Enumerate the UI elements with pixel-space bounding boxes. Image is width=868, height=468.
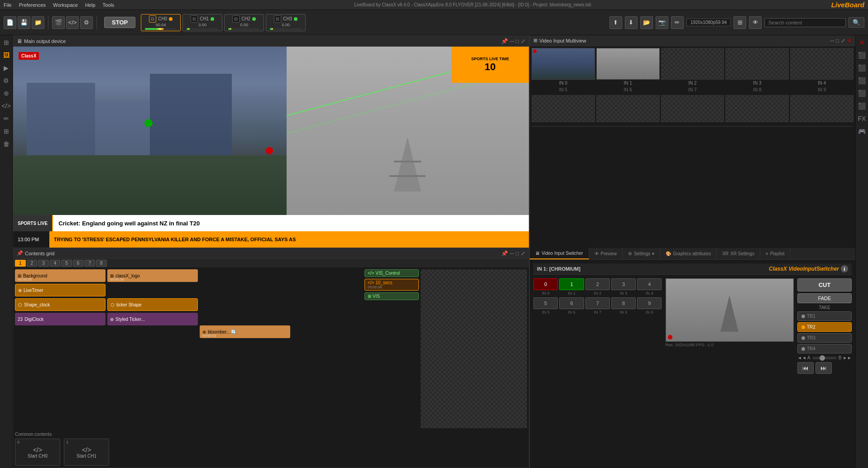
- tl-shapeclock[interactable]: ⬡ Shape_clock: [15, 298, 106, 311]
- next-button[interactable]: ⏭: [815, 362, 832, 374]
- tr3-button[interactable]: TR3: [797, 333, 852, 343]
- pen-button[interactable]: ✏: [671, 16, 684, 29]
- tab-playlist[interactable]: ≡ Playlist: [760, 248, 791, 259]
- tl-classx-logo[interactable]: ⊞ classX_logo 00:00.50: [107, 269, 198, 282]
- tl-bloomberg[interactable]: ⊛ bloomber... 🔄 00:00.01: [200, 325, 290, 338]
- settings-button[interactable]: ⚙: [80, 16, 93, 29]
- right-sidebar-icon-2[interactable]: ⬛: [857, 62, 868, 73]
- menu-preferences[interactable]: Preferences: [19, 2, 46, 8]
- mv-restore-button[interactable]: □: [836, 38, 839, 44]
- menu-file[interactable]: File: [4, 2, 12, 8]
- search-button[interactable]: 🔍: [849, 17, 864, 28]
- new-button[interactable]: 📄: [4, 16, 16, 29]
- menu-tools[interactable]: Tools: [103, 2, 115, 8]
- media-button[interactable]: 🎬: [52, 16, 65, 29]
- cut-button[interactable]: CUT: [797, 278, 852, 291]
- right-sidebar-icon-1[interactable]: ⬛: [857, 50, 868, 61]
- tl-livetimer[interactable]: ⊛ LiveTimer: [15, 284, 106, 296]
- menu-help[interactable]: Help: [85, 2, 96, 8]
- menu-workspace[interactable]: Workspace: [53, 2, 78, 8]
- mv-cell-in6[interactable]: [596, 95, 660, 122]
- sidebar-icon-pen[interactable]: ✏: [1, 113, 12, 124]
- grid-tab-8[interactable]: 8: [96, 260, 107, 267]
- mv-cell-in3[interactable]: IN 3: [725, 48, 789, 86]
- common-item-ch1[interactable]: 1 </> Start CH1: [64, 439, 109, 466]
- channel-ch1[interactable]: ⊡ CH1 0.00: [182, 14, 222, 31]
- screenshot-button[interactable]: 📷: [656, 16, 668, 29]
- folder-button[interactable]: 📂: [640, 16, 653, 29]
- mv-cell-in8[interactable]: [725, 95, 789, 122]
- sidebar-icon-image[interactable]: 🖼: [1, 50, 12, 61]
- mv-cell-in0[interactable]: IN 0: [532, 48, 595, 86]
- grid-expand-button[interactable]: ⤢: [521, 250, 525, 257]
- search-input[interactable]: [764, 18, 846, 27]
- channel-ch2[interactable]: ⊡ CH2 0.00: [224, 14, 264, 31]
- sidebar-icon-code[interactable]: </>: [1, 100, 12, 111]
- input-btn-8[interactable]: 8: [611, 297, 636, 309]
- mv-minimize-button[interactable]: ─: [830, 38, 834, 44]
- tl-background[interactable]: ⊞ Background 00:00.50: [15, 269, 106, 282]
- tab-preview[interactable]: 👁 Preview: [589, 248, 623, 259]
- tab-graphics[interactable]: 🎨 Graphics attributes: [660, 248, 717, 259]
- view-button[interactable]: 👁: [749, 16, 762, 29]
- in1-info-icon[interactable]: ℹ: [841, 265, 848, 272]
- tl-digiclock[interactable]: 23 DigiClock: [15, 313, 106, 325]
- save-button[interactable]: 💾: [18, 16, 30, 29]
- tab-settings[interactable]: ⚙ Settings ▾: [623, 248, 660, 259]
- grid-tab-6[interactable]: 6: [73, 260, 84, 267]
- grid-tab-1[interactable]: 1: [15, 260, 26, 267]
- grid-tab-2[interactable]: 2: [27, 260, 38, 267]
- mv-cell-in7[interactable]: [661, 95, 724, 122]
- tl-10secs[interactable]: </> 10_secs 00:00.08: [364, 279, 419, 291]
- open-button[interactable]: 📁: [32, 16, 44, 29]
- tl-vis-control[interactable]: </> VIS_Control: [364, 269, 419, 277]
- export-button[interactable]: ⬆: [609, 16, 622, 29]
- tr4-button[interactable]: TR4: [797, 344, 852, 353]
- stop-button[interactable]: STOP: [104, 17, 135, 28]
- grid-restore-button[interactable]: □: [516, 250, 519, 257]
- sidebar-icon-grid[interactable]: ⊞: [1, 126, 12, 137]
- preview-minimize-button[interactable]: ─: [510, 38, 514, 44]
- fader-track[interactable]: [812, 357, 837, 359]
- input-btn-7[interactable]: 7: [585, 297, 610, 309]
- tab-video-input-switcher[interactable]: 🖥 Video Input Switcher: [530, 248, 589, 259]
- preview-pin-button[interactable]: 📌: [501, 38, 508, 44]
- grid-tab-5[interactable]: 5: [61, 260, 72, 267]
- input-btn-9[interactable]: 9: [637, 297, 662, 309]
- preview-expand-button[interactable]: ⤢: [521, 38, 525, 44]
- input-btn-2[interactable]: 2: [585, 278, 610, 290]
- common-item-ch0[interactable]: 0 </> Start CH0: [15, 439, 60, 466]
- right-sidebar-icon-5[interactable]: ⬛: [857, 100, 868, 111]
- input-btn-6[interactable]: 6: [559, 297, 584, 309]
- tl-vis[interactable]: ⊞ VIS: [364, 292, 419, 300]
- mv-cell-in5[interactable]: [532, 95, 595, 122]
- tr1-button[interactable]: TR1: [797, 311, 852, 321]
- grid-pin-button[interactable]: 📌: [501, 250, 508, 257]
- mv-close-button[interactable]: ✕: [847, 38, 852, 44]
- input-btn-0[interactable]: 0: [533, 278, 558, 290]
- mv-cell-in1[interactable]: IN 1: [596, 48, 660, 86]
- right-sidebar-close[interactable]: ✕: [857, 37, 868, 48]
- prev-button[interactable]: ⏮: [797, 362, 814, 374]
- input-btn-3[interactable]: 3: [611, 278, 636, 290]
- right-sidebar-icon-6[interactable]: FX: [857, 113, 868, 124]
- fader-handle[interactable]: [820, 355, 825, 361]
- sidebar-icon-trash[interactable]: 🗑: [1, 138, 12, 149]
- mv-cell-in2[interactable]: IN 2: [661, 48, 724, 86]
- layout-button[interactable]: ⊞: [734, 16, 746, 29]
- sidebar-icon-layers[interactable]: ⊞: [1, 37, 12, 48]
- channel-ch0[interactable]: ⊡ CH0 60.04: [141, 14, 181, 31]
- fade-button[interactable]: FADE: [797, 293, 852, 303]
- tl-styled-ticker[interactable]: ⊛ Styled Ticker...: [107, 313, 198, 325]
- right-sidebar-icon-7[interactable]: 🎮: [857, 126, 868, 137]
- mv-cell-in4[interactable]: IN 4: [790, 48, 854, 86]
- ab-fader[interactable]: ◄◄ A B ►►: [797, 355, 852, 360]
- input-btn-1[interactable]: 1: [559, 278, 584, 290]
- mv-cell-in9[interactable]: [790, 95, 854, 122]
- input-btn-5[interactable]: 5: [533, 297, 558, 309]
- grid-minimize-button[interactable]: ─: [510, 250, 514, 257]
- sidebar-icon-puzzle[interactable]: ⊛: [1, 88, 12, 99]
- tr2-button[interactable]: TR2: [797, 322, 852, 332]
- preview-restore-button[interactable]: □: [516, 38, 519, 44]
- right-sidebar-icon-3[interactable]: ⬛: [857, 75, 868, 86]
